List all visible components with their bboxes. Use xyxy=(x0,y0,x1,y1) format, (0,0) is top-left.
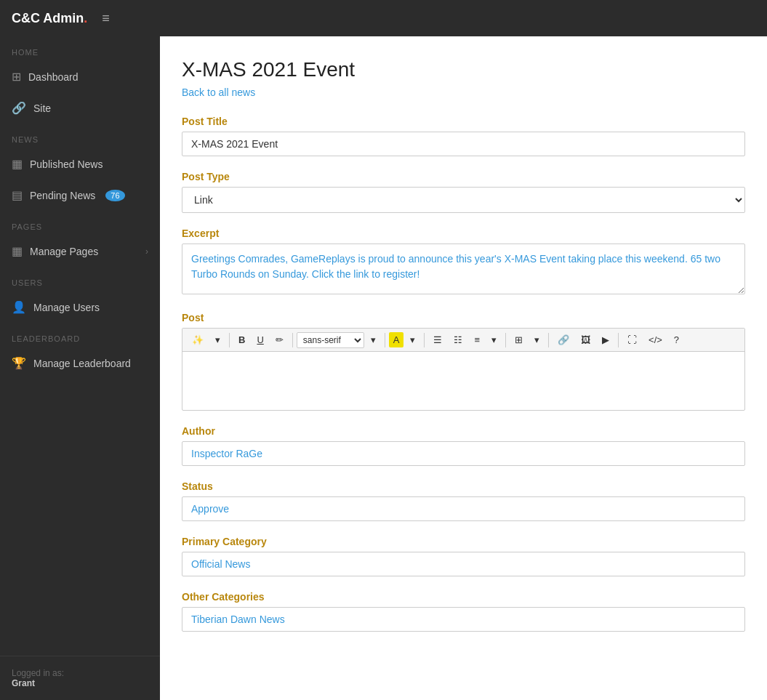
post-type-section: Post Type Link Article Video xyxy=(182,171,745,213)
toolbar-separator-3 xyxy=(385,333,385,347)
font-dropdown-btn[interactable]: ▾ xyxy=(366,331,381,348)
excerpt-textarea[interactable]: Greetings Comrades, GameReplays is proud… xyxy=(182,244,745,294)
underline-button[interactable]: U xyxy=(252,331,268,348)
chevron-right-icon: › xyxy=(145,246,148,257)
sidebar-section-label-pages: PAGES xyxy=(0,211,160,236)
manage-pages-icon: ▦ xyxy=(12,244,23,258)
image-button[interactable]: 🖼 xyxy=(576,331,595,348)
sidebar-section-label-news: NEWS xyxy=(0,124,160,148)
sidebar-item-label: Manage Pages xyxy=(30,246,98,257)
sidebar-item-label: Pending News xyxy=(30,190,95,201)
toolbar-separator-2 xyxy=(292,333,293,347)
other-categories-value: Tiberian Dawn News xyxy=(182,607,745,632)
media-button[interactable]: ▶ xyxy=(597,331,614,348)
sidebar-footer: Logged in as: Grant xyxy=(0,656,160,700)
toolbar-separator-6 xyxy=(548,333,549,347)
editor-toolbar: ✨ ▾ B U ✏ sans-serif serif monospace ▾ A xyxy=(182,329,744,352)
sidebar-section-news: NEWS ▦ Published News ▤ Pending News 76 xyxy=(0,124,160,211)
toolbar-separator-7 xyxy=(618,333,619,347)
sidebar-section-home: HOME ⊞ Dashboard 🔗 Site xyxy=(0,36,160,124)
author-value: Inspector RaGe xyxy=(182,441,745,466)
align-dropdown-btn[interactable]: ▾ xyxy=(486,331,502,348)
brand-dot: . xyxy=(84,11,87,25)
topbar: C&C Admin. ≡ xyxy=(0,0,767,36)
font-color-dropdown-btn[interactable]: ▾ xyxy=(405,331,420,348)
pending-news-badge: 76 xyxy=(105,190,124,201)
status-label: Status xyxy=(182,480,745,492)
toolbar-separator-5 xyxy=(505,333,506,347)
post-label: Post xyxy=(182,312,745,323)
sidebar-item-label: Published News xyxy=(30,158,103,170)
status-section: Status Approve xyxy=(182,480,745,521)
sidebar-item-label: Dashboard xyxy=(28,71,79,83)
link-icon: 🔗 xyxy=(12,101,26,115)
post-section: Post ✨ ▾ B U ✏ sans-serif serif monospac… xyxy=(182,312,745,411)
post-title-label: Post Title xyxy=(182,116,745,127)
sidebar-item-label: Manage Leaderboard xyxy=(33,358,131,369)
fullscreen-button[interactable]: ⛶ xyxy=(622,331,642,348)
sidebar-section-label-users: USERS xyxy=(0,267,160,291)
sidebar-item-site[interactable]: 🔗 Site xyxy=(0,92,160,124)
toolbar-separator-1 xyxy=(229,333,230,347)
main-content: X-MAS 2021 Event Back to all news Post T… xyxy=(160,36,767,700)
dashboard-icon: ⊞ xyxy=(12,70,21,84)
align-button[interactable]: ≡ xyxy=(469,331,485,348)
magic-button[interactable]: ✨ xyxy=(187,331,209,348)
link-button[interactable]: 🔗 xyxy=(553,331,574,348)
sidebar: HOME ⊞ Dashboard 🔗 Site NEWS ▦ Published… xyxy=(0,36,160,700)
post-title-input[interactable] xyxy=(182,132,745,156)
logged-in-as-label: Logged in as: xyxy=(12,668,64,678)
sidebar-section-pages: PAGES ▦ Manage Pages › xyxy=(0,211,160,267)
author-label: Author xyxy=(182,425,745,437)
sidebar-section-label-home: HOME xyxy=(0,36,160,61)
sidebar-item-label: Manage Users xyxy=(33,302,100,313)
table-dropdown-btn[interactable]: ▾ xyxy=(529,331,545,348)
toolbar-separator-4 xyxy=(424,333,425,347)
eraser-button[interactable]: ✏ xyxy=(270,331,289,348)
leaderboard-icon: 🏆 xyxy=(12,356,26,370)
status-value: Approve xyxy=(182,496,745,521)
sidebar-section-label-leaderboard: LEADERBOARD xyxy=(0,323,160,347)
table-button[interactable]: ⊞ xyxy=(510,331,528,348)
sidebar-item-published-news[interactable]: ▦ Published News xyxy=(0,148,160,180)
sidebar-section-users: USERS 👤 Manage Users xyxy=(0,267,160,323)
excerpt-section: Excerpt Greetings Comrades, GameReplays … xyxy=(182,228,745,297)
sidebar-section-leaderboard: LEADERBOARD 🏆 Manage Leaderboard xyxy=(0,323,160,379)
post-title-section: Post Title xyxy=(182,116,745,156)
rich-text-editor: ✨ ▾ B U ✏ sans-serif serif monospace ▾ A xyxy=(182,328,745,411)
code-button[interactable]: </> xyxy=(643,331,667,348)
logged-in-username: Grant xyxy=(12,678,35,688)
published-news-icon: ▦ xyxy=(12,157,23,171)
menu-toggle-icon[interactable]: ≡ xyxy=(102,11,110,26)
dropdown-arrow-btn[interactable]: ▾ xyxy=(210,331,225,348)
primary-category-section: Primary Category Official News xyxy=(182,536,745,576)
sidebar-item-pending-news[interactable]: ▤ Pending News 76 xyxy=(0,180,160,211)
bold-button[interactable]: B xyxy=(233,331,250,348)
pending-news-icon: ▤ xyxy=(12,188,23,202)
sidebar-item-dashboard[interactable]: ⊞ Dashboard xyxy=(0,61,160,92)
unordered-list-button[interactable]: ☰ xyxy=(428,331,447,348)
page-title: X-MAS 2021 Event xyxy=(182,58,745,81)
excerpt-label: Excerpt xyxy=(182,228,745,239)
other-categories-section: Other Categories Tiberian Dawn News xyxy=(182,591,745,632)
sidebar-item-manage-pages[interactable]: ▦ Manage Pages › xyxy=(0,236,160,267)
sidebar-item-manage-leaderboard[interactable]: 🏆 Manage Leaderboard xyxy=(0,347,160,379)
sidebar-item-manage-users[interactable]: 👤 Manage Users xyxy=(0,291,160,323)
font-family-select[interactable]: sans-serif serif monospace xyxy=(297,332,364,348)
editor-body[interactable] xyxy=(182,352,744,410)
back-link[interactable]: Back to all news xyxy=(182,87,255,98)
font-color-button[interactable]: A xyxy=(389,332,404,347)
other-categories-label: Other Categories xyxy=(182,591,745,603)
manage-users-icon: 👤 xyxy=(12,300,26,314)
main-layout: HOME ⊞ Dashboard 🔗 Site NEWS ▦ Published… xyxy=(0,36,767,700)
primary-category-label: Primary Category xyxy=(182,536,745,547)
sidebar-item-label: Site xyxy=(33,102,51,114)
post-type-label: Post Type xyxy=(182,171,745,182)
ordered-list-button[interactable]: ☷ xyxy=(449,331,467,348)
author-section: Author Inspector RaGe xyxy=(182,425,745,466)
post-type-select[interactable]: Link Article Video xyxy=(182,187,745,213)
primary-category-value: Official News xyxy=(182,552,745,576)
help-button[interactable]: ? xyxy=(669,331,684,348)
app-brand: C&C Admin. xyxy=(12,11,87,26)
